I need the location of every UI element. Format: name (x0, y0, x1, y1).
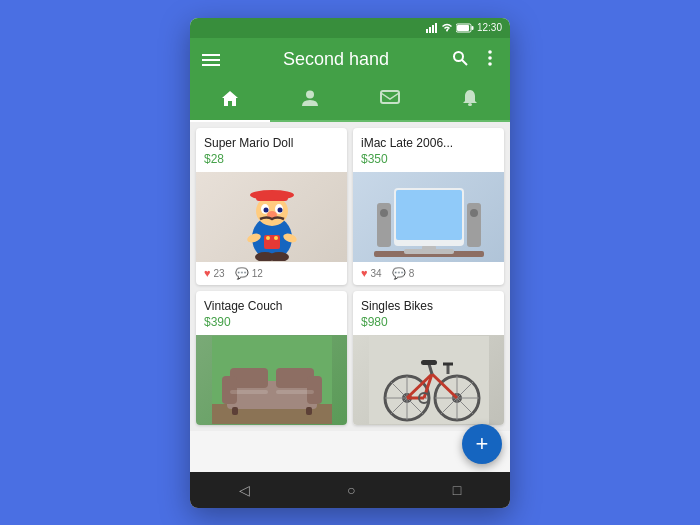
card-price-mario: $28 (204, 152, 339, 166)
card-info-imac: iMac Late 2006... $350 (353, 128, 504, 166)
svg-point-8 (454, 52, 463, 61)
app-bar: Second hand (190, 38, 510, 82)
mario-illustration (232, 173, 312, 261)
svg-rect-34 (380, 209, 388, 217)
likes-stat-imac: ♥ 34 (361, 267, 382, 279)
couch-illustration (212, 336, 332, 424)
svg-rect-49 (306, 407, 312, 415)
svg-point-23 (277, 207, 282, 212)
card-price-bikes: $980 (361, 315, 496, 329)
card-title-imac: iMac Late 2006... (361, 136, 496, 150)
card-info-mario: Super Mario Doll $28 (196, 128, 347, 166)
product-card-bikes[interactable]: Singles Bikes $980 (353, 291, 504, 425)
card-title-couch: Vintage Couch (204, 299, 339, 313)
more-button[interactable] (482, 50, 498, 70)
product-grid: Super Mario Doll $28 (196, 128, 504, 425)
bike-illustration (369, 336, 489, 424)
heart-icon: ♥ (204, 267, 211, 279)
svg-line-9 (462, 60, 467, 65)
recent-button[interactable]: □ (453, 482, 461, 498)
card-stats-mario: ♥ 23 💬 12 (196, 262, 347, 285)
home-icon (220, 89, 240, 112)
home-button[interactable]: ○ (347, 482, 355, 498)
battery-icon (456, 23, 474, 33)
svg-point-11 (488, 56, 492, 60)
svg-rect-6 (471, 26, 473, 30)
svg-rect-3 (435, 23, 437, 33)
content-wrapper: Super Mario Doll $28 (190, 122, 510, 472)
app-bar-actions (452, 50, 498, 70)
svg-rect-70 (421, 360, 437, 365)
profile-svg (301, 89, 319, 107)
comments-count-imac: 8 (409, 268, 415, 279)
imac-illustration (369, 173, 489, 261)
svg-point-10 (488, 50, 492, 54)
messages-icon (380, 90, 400, 111)
svg-point-13 (306, 91, 314, 99)
card-title-bikes: Singles Bikes (361, 299, 496, 313)
svg-rect-36 (470, 209, 478, 217)
svg-rect-0 (426, 29, 428, 33)
card-stats-imac: ♥ 34 💬 8 (353, 262, 504, 285)
messages-svg (380, 90, 400, 106)
svg-rect-50 (230, 390, 268, 394)
card-price-couch: $390 (204, 315, 339, 329)
product-card-mario[interactable]: Super Mario Doll $28 (196, 128, 347, 285)
svg-rect-48 (232, 407, 238, 415)
menu-button[interactable] (202, 54, 220, 66)
more-icon (482, 50, 498, 66)
svg-rect-14 (381, 91, 399, 103)
product-grid-container: Super Mario Doll $28 (190, 122, 510, 431)
svg-rect-15 (468, 103, 472, 106)
tab-home[interactable] (190, 82, 270, 122)
comments-count-mario: 12 (252, 268, 263, 279)
clock: 12:30 (477, 22, 502, 33)
fab-label: + (476, 431, 489, 457)
comments-stat-mario: 💬 12 (235, 267, 263, 280)
system-nav-bar: ◁ ○ □ (190, 472, 510, 508)
card-image-couch (196, 335, 347, 425)
phone-container: 12:30 Second hand (190, 18, 510, 508)
likes-stat-mario: ♥ 23 (204, 267, 225, 279)
product-card-imac[interactable]: iMac Late 2006... $350 (353, 128, 504, 285)
svg-rect-1 (429, 27, 431, 33)
svg-point-19 (250, 190, 294, 200)
svg-rect-7 (457, 25, 469, 31)
card-title-mario: Super Mario Doll (204, 136, 339, 150)
svg-point-27 (274, 236, 278, 240)
svg-point-12 (488, 62, 492, 66)
notifications-icon (462, 89, 478, 112)
svg-point-26 (266, 236, 270, 240)
svg-point-4 (446, 30, 448, 32)
back-button[interactable]: ◁ (239, 482, 250, 498)
chat-icon: 💬 (235, 267, 249, 280)
signal-icon (426, 23, 438, 33)
status-bar: 12:30 (190, 18, 510, 38)
card-info-bikes: Singles Bikes $980 (353, 291, 504, 329)
svg-rect-2 (432, 25, 434, 33)
card-image-imac (353, 172, 504, 262)
chat-icon-imac: 💬 (392, 267, 406, 280)
profile-icon (301, 89, 319, 112)
app-title: Second hand (230, 49, 442, 70)
tab-profile[interactable] (270, 82, 350, 120)
svg-point-22 (263, 207, 268, 212)
comments-stat-imac: 💬 8 (392, 267, 415, 280)
wifi-icon (441, 23, 453, 32)
search-button[interactable] (452, 50, 468, 70)
card-info-couch: Vintage Couch $390 (196, 291, 347, 329)
bell-svg (462, 89, 478, 107)
card-image-mario (196, 172, 347, 262)
card-image-bikes (353, 335, 504, 425)
search-icon (452, 50, 468, 66)
svg-rect-40 (422, 246, 436, 251)
product-card-couch[interactable]: Vintage Couch $390 (196, 291, 347, 425)
tab-notifications[interactable] (430, 82, 510, 120)
status-icons: 12:30 (426, 22, 502, 33)
nav-tabs (190, 82, 510, 122)
svg-rect-38 (396, 190, 462, 240)
add-fab-button[interactable]: + (462, 424, 502, 464)
card-price-imac: $350 (361, 152, 496, 166)
heart-icon-imac: ♥ (361, 267, 368, 279)
tab-messages[interactable] (350, 82, 430, 120)
